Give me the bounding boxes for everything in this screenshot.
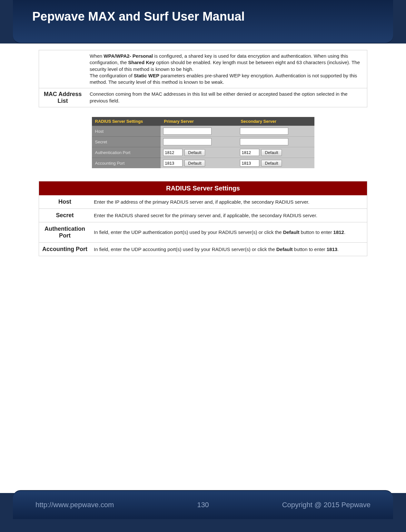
security-row1-content: When WPA/WPA2- Personal is configured, a… xyxy=(86,50,367,88)
secret-primary-input[interactable] xyxy=(163,138,212,145)
host-row-label: Host xyxy=(92,126,161,137)
desc-host-text: Enter the IP address of the primary RADI… xyxy=(91,195,367,209)
auth-port-row-label: Authentication Port xyxy=(92,147,161,158)
desc-auth-text: In field, enter the UDP authentication p… xyxy=(91,222,367,243)
text: The configuration of xyxy=(90,73,134,78)
acct-port-primary-default-button[interactable]: Default xyxy=(184,160,205,167)
bold-text: Default xyxy=(283,229,300,235)
bold-text: Default xyxy=(276,247,293,252)
page-title: Pepwave MAX and Surf User Manual xyxy=(32,10,374,24)
security-row1-label xyxy=(39,50,87,88)
text: In field, enter the UDP authentication p… xyxy=(94,229,283,235)
bold-text: Static WEP xyxy=(134,73,159,78)
radius-description-header: RADIUS Server Settings xyxy=(39,181,367,196)
acct-port-secondary-input[interactable] xyxy=(240,160,259,167)
bold-text: WPA/WPA2- Personal xyxy=(104,53,153,59)
text: button to enter xyxy=(293,247,327,252)
radius-settings-screenshot: RADIUS Server Settings Primary Server Se… xyxy=(92,117,314,168)
host-secondary-input[interactable] xyxy=(240,128,288,135)
desc-auth-label: Authentication Port xyxy=(39,222,91,243)
auth-port-primary-default-button[interactable]: Default xyxy=(184,149,205,156)
primary-server-header: Primary Server xyxy=(161,117,237,126)
radius-settings-header: RADIUS Server Settings xyxy=(92,117,161,126)
mac-address-list-label: MAC Address List xyxy=(39,88,87,107)
desc-acct-label: Accounting Port xyxy=(39,243,91,256)
host-primary-input[interactable] xyxy=(163,128,212,135)
security-table: When WPA/WPA2- Personal is configured, a… xyxy=(39,50,367,107)
footer-url: http://www.pepwave.com xyxy=(35,501,184,509)
bold-text: Shared Key xyxy=(128,60,155,65)
text: . xyxy=(337,247,339,252)
text: When xyxy=(90,53,104,59)
page-header: Pepwave MAX and Surf User Manual xyxy=(13,0,393,44)
page: Pepwave MAX and Surf User Manual When WP… xyxy=(0,0,406,532)
page-body: When WPA/WPA2- Personal is configured, a… xyxy=(13,44,393,479)
desc-secret-label: Secret xyxy=(39,209,91,222)
bold-text: 1812 xyxy=(333,229,344,235)
desc-host-label: Host xyxy=(39,195,91,209)
mac-address-list-content: Connection coming from the MAC addresses… xyxy=(86,88,367,107)
acct-port-primary-input[interactable] xyxy=(163,160,183,167)
footer-page-number: 130 xyxy=(184,501,223,509)
text: button to enter xyxy=(299,229,333,235)
text: In field, enter the UDP accounting port(… xyxy=(94,247,276,252)
bold-text: 1813 xyxy=(327,247,337,252)
radius-description-table: RADIUS Server Settings Host Enter the IP… xyxy=(39,181,367,256)
desc-secret-text: Enter the RADIUS shared secret for the p… xyxy=(91,209,367,222)
radius-settings-table: RADIUS Server Settings Primary Server Se… xyxy=(92,117,314,168)
auth-port-primary-input[interactable] xyxy=(163,149,183,156)
footer-copyright: Copyright @ 2015 Pepwave xyxy=(223,501,371,509)
page-footer: http://www.pepwave.com 130 Copyright @ 2… xyxy=(13,490,393,519)
desc-acct-text: In field, enter the UDP accounting port(… xyxy=(91,243,367,256)
secret-secondary-input[interactable] xyxy=(240,138,288,145)
acct-port-secondary-default-button[interactable]: Default xyxy=(261,160,282,167)
auth-port-secondary-input[interactable] xyxy=(240,149,259,156)
secret-row-label: Secret xyxy=(92,137,161,147)
auth-port-secondary-default-button[interactable]: Default xyxy=(261,149,282,156)
acct-port-row-label: Accounting Port xyxy=(92,158,161,169)
text: . xyxy=(344,229,345,235)
secondary-server-header: Secondary Server xyxy=(237,117,314,126)
